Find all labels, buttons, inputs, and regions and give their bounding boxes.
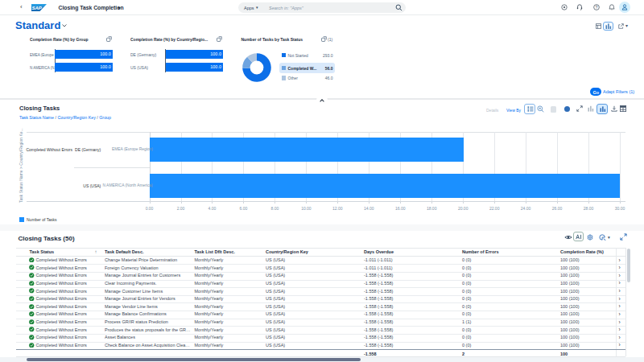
svg-text:SAP: SAP (32, 6, 43, 10)
svg-text:?: ? (596, 5, 598, 10)
